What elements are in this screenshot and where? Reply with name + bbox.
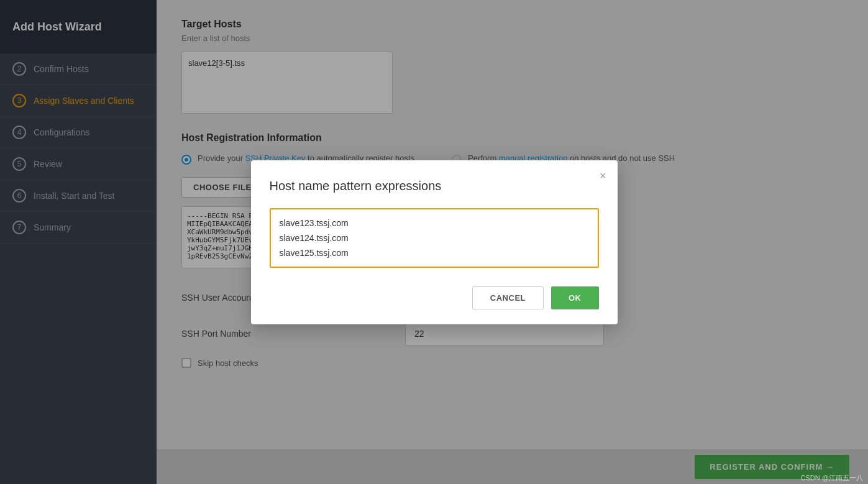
modal-host-list: slave123.tssj.com slave124.tssj.com slav… <box>270 208 599 268</box>
list-item-0: slave123.tssj.com <box>280 216 589 231</box>
modal-close-button[interactable]: × <box>600 170 606 181</box>
list-item-1: slave124.tssj.com <box>280 231 589 245</box>
modal-actions: CANCEL OK <box>270 286 599 309</box>
list-item-2: slave125.tssj.com <box>280 245 589 260</box>
modal-overlay[interactable]: Host name pattern expressions × slave123… <box>0 0 868 484</box>
ok-button[interactable]: OK <box>551 286 599 309</box>
cancel-button[interactable]: CANCEL <box>472 286 544 309</box>
modal-title: Host name pattern expressions <box>270 179 599 193</box>
modal-dialog: Host name pattern expressions × slave123… <box>251 160 618 324</box>
watermark: CSDN @江南五一八 <box>801 473 863 483</box>
